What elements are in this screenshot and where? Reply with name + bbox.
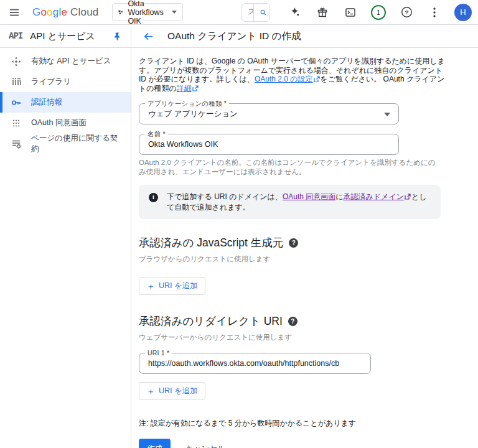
create-button[interactable]: 作成 xyxy=(139,439,171,448)
oauth-setup-link[interactable]: OAuth 2.0 の設定 xyxy=(255,75,313,83)
consent-screen-icon xyxy=(11,118,21,128)
js-origins-add-uri-button[interactable]: ＋ URI を追加 xyxy=(139,277,205,295)
js-origins-title-text: 承認済みの JavaScript 生成元 xyxy=(139,235,283,250)
sidebar-item-label: OAuth 同意画面 xyxy=(31,118,87,128)
help-icon: ? xyxy=(401,6,413,18)
chevron-down-icon xyxy=(172,11,177,14)
api-product-icon: API xyxy=(9,31,22,41)
add-uri-label: URI を追加 xyxy=(159,281,198,291)
redirect-uri-1-label: URI 1 * xyxy=(145,349,172,357)
sidebar-item-label: ページの使用に関する契約 xyxy=(31,133,122,154)
search-input[interactable]: スラッシュ（/... xyxy=(242,4,253,21)
client-name-label: 名前 * xyxy=(145,130,168,139)
page-header: OAuth クライアント ID の作成 xyxy=(131,25,309,47)
info-text: に xyxy=(335,192,343,201)
hamburger-menu-button[interactable] xyxy=(6,4,22,21)
client-name-helper: OAuth 2.0 クライアントの名前。この名前はコンソールでクライアントを識別… xyxy=(139,158,438,177)
client-types-link[interactable]: 詳細 xyxy=(177,84,192,93)
intro-paragraph: クライアント ID は、Google の OAuth サーバーで個々のアプリを識… xyxy=(139,57,450,93)
notification-count-badge: 1 xyxy=(371,5,386,20)
redirect-uris-section-title: 承認済みのリダイレクト URI ? xyxy=(139,314,478,329)
propagation-note: 注: 設定が有効になるまで 5 分から数時間かかることがあります xyxy=(139,418,478,429)
external-link-icon xyxy=(405,194,411,200)
more-options-button[interactable] xyxy=(426,4,443,21)
js-origins-help-icon[interactable]: ? xyxy=(289,238,298,248)
info-banner: i 下で追加する URI のドメインは、OAuth 同意画面に承認済みドメインと… xyxy=(139,185,441,219)
application-type-select[interactable]: アプリケーションの種類 * ウェブ アプリケーション xyxy=(139,103,399,124)
library-icon xyxy=(11,77,21,87)
back-button[interactable] xyxy=(140,28,156,44)
svg-text:?: ? xyxy=(405,9,408,16)
arrow-back-icon xyxy=(143,31,154,42)
sub-header: API API とサービス OAuth クライアント ID の作成 xyxy=(0,25,478,48)
info-text: 下で追加する URI のドメインは、 xyxy=(167,192,283,201)
sidebar-item-library[interactable]: ライブラリ xyxy=(0,72,131,92)
project-name: Okta Workflows OIK xyxy=(128,0,167,26)
google-cloud-logo[interactable]: Google Cloud xyxy=(32,6,98,19)
top-bar: Google Cloud Okta Workflows OIK スラッシュ（/.… xyxy=(0,0,478,25)
sidebar-header: API API とサービス xyxy=(0,25,131,47)
topbar-icon-group: 1 ? H xyxy=(286,4,472,21)
cloud-shell-button[interactable] xyxy=(342,4,358,21)
redirect-uris-subtitle: ウェブサーバーからのリクエストに使用します xyxy=(139,333,478,342)
js-origins-section-title: 承認済みの JavaScript 生成元 ? xyxy=(139,235,478,250)
gift-icon xyxy=(317,7,328,18)
search-button-label: 検索 xyxy=(269,3,270,22)
redirect-uri-1-value: https://oauth.workflows.okta.com/oauth/h… xyxy=(148,359,339,368)
vertical-dots-icon xyxy=(433,7,436,17)
sidebar-item-enabled-apis[interactable]: 有効な API とサービス xyxy=(0,51,131,72)
redirect-uri-1-field[interactable]: URI 1 * https://oauth.workflows.okta.com… xyxy=(139,353,371,374)
js-origins-subtitle: ブラウザからのリクエストに使用します xyxy=(139,254,478,264)
pin-icon[interactable] xyxy=(113,32,122,41)
redirect-uris-title-text: 承認済みのリダイレクト URI xyxy=(139,314,283,329)
plus-icon: ＋ xyxy=(146,282,155,291)
page-title: OAuth クライアント ID の作成 xyxy=(167,30,301,43)
consent-screen-link[interactable]: OAuth 同意画面 xyxy=(283,192,335,201)
sparkle-icon xyxy=(289,7,300,17)
info-banner-text: 下で追加する URI のドメインは、OAuth 同意画面に承認済みドメインとして… xyxy=(167,192,431,212)
help-button[interactable]: ? xyxy=(398,4,415,21)
external-link-icon xyxy=(192,85,199,91)
application-type-label: アプリケーションの種類 * xyxy=(145,100,229,108)
agreements-icon xyxy=(11,139,21,149)
chevron-down-icon xyxy=(384,113,390,116)
sidebar-item-oauth-consent[interactable]: OAuth 同意画面 xyxy=(0,113,131,133)
sidebar-product-title: API とサービス xyxy=(30,30,113,42)
main-content: クライアント ID は、Google の OAuth サーバーで個々のアプリを識… xyxy=(131,48,478,448)
footer-actions: 作成 キャンセル xyxy=(139,439,478,448)
sidebar-item-label: 認証情報 xyxy=(31,97,62,108)
application-type-value: ウェブ アプリケーション xyxy=(148,109,238,119)
cloud-shell-icon xyxy=(345,7,356,18)
client-name-field[interactable]: 名前 * Okta Workflows OIK xyxy=(139,134,399,155)
search-icon xyxy=(260,8,266,17)
sidebar-nav: 有効な API とサービス ライブラリ 認証情報 OAuth 同意画面 xyxy=(0,48,131,448)
sidebar-item-label: ライブラリ xyxy=(31,77,71,87)
client-name-value: Okta Workflows OIK xyxy=(148,140,218,149)
project-selector[interactable]: Okta Workflows OIK xyxy=(112,3,182,21)
enabled-apis-icon xyxy=(11,57,21,67)
cancel-button[interactable]: キャンセル xyxy=(185,444,225,448)
hamburger-icon xyxy=(9,7,20,18)
external-link-icon xyxy=(314,76,320,82)
google-cloud-logo-google: Google xyxy=(32,6,67,19)
google-cloud-logo-cloud: Cloud xyxy=(70,6,98,19)
search-button[interactable]: 検索 xyxy=(253,4,270,21)
add-uri-label: URI を追加 xyxy=(159,386,198,396)
plus-icon: ＋ xyxy=(146,387,155,396)
sidebar-item-label: 有効な API とサービス xyxy=(31,56,111,67)
avatar[interactable]: H xyxy=(454,4,472,21)
notifications-button[interactable]: 1 xyxy=(370,4,387,21)
sidebar-item-credentials[interactable]: 認証情報 xyxy=(0,92,131,113)
redirect-uris-help-icon[interactable]: ? xyxy=(288,317,298,326)
free-trial-button[interactable] xyxy=(314,4,330,21)
sidebar-item-page-usage-agreements[interactable]: ページの使用に関する契約 xyxy=(0,133,131,154)
info-icon: i xyxy=(149,193,158,202)
gemini-button[interactable] xyxy=(286,4,302,21)
project-icon xyxy=(118,8,123,17)
authorized-domains-link[interactable]: 承認済みドメイン xyxy=(344,192,404,201)
redirect-uris-add-uri-button[interactable]: ＋ URI を追加 xyxy=(139,382,205,400)
key-icon xyxy=(11,98,21,108)
search-box: スラッシュ（/... 検索 xyxy=(241,3,270,22)
